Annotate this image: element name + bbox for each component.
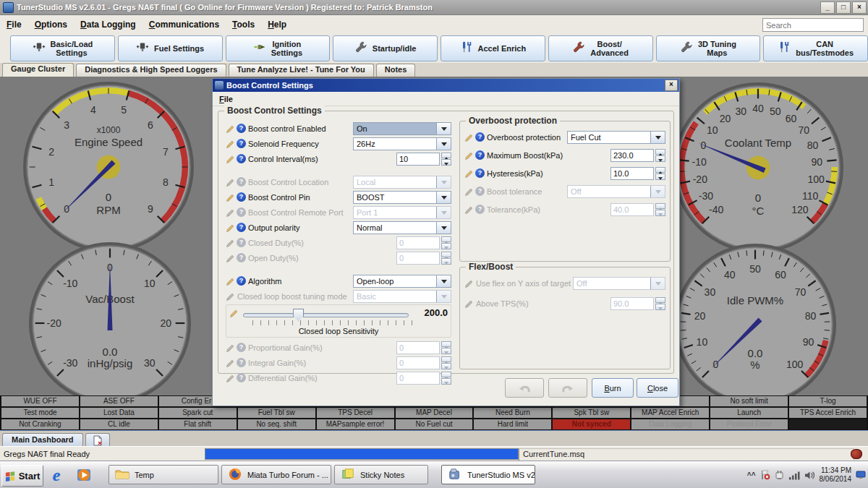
spin-up-icon[interactable]: [655, 167, 665, 174]
toolbar-button-boost-advanced[interactable]: Boost/Advanced: [548, 35, 653, 61]
menu-data-logging[interactable]: Data Logging: [74, 20, 142, 30]
search-input[interactable]: [762, 18, 864, 32]
boost-control-enabled-combo[interactable]: On: [353, 122, 451, 135]
svg-text:-20: -20: [693, 174, 707, 185]
action-center-flag-icon[interactable]: [760, 470, 770, 480]
sensitivity-slider-track[interactable]: [243, 313, 409, 317]
dialog-menu-file[interactable]: File: [213, 95, 239, 103]
help-icon[interactable]: ?: [237, 238, 246, 247]
help-icon[interactable]: ?: [475, 187, 485, 196]
output-polarity-combo[interactable]: Normal: [353, 221, 451, 234]
toolbar-button-3d-tuning-maps[interactable]: 3D TuningMaps: [656, 35, 761, 61]
task-temp[interactable]: Temp: [109, 465, 218, 484]
dialog-close-button[interactable]: ×: [665, 80, 678, 91]
spin-down-icon[interactable]: [655, 174, 665, 180]
start-button[interactable]: Start: [1, 465, 43, 487]
speaker-icon[interactable]: [804, 471, 815, 480]
task-label: Temp: [135, 471, 154, 479]
task-miata-turbo-forum[interactable]: Miata Turbo Forum - ...: [221, 465, 331, 484]
help-icon[interactable]: ?: [237, 358, 246, 367]
help-icon[interactable]: ?: [237, 192, 246, 202]
redo-button[interactable]: [548, 378, 587, 398]
tab-row: Gauge ClusterDiagnostics & High Speed Lo…: [0, 64, 868, 77]
network-signal-icon[interactable]: [788, 471, 800, 480]
help-icon[interactable]: ?: [237, 124, 246, 133]
boost-control-pin-combo[interactable]: BOOST: [353, 191, 451, 204]
svg-text:20: 20: [161, 317, 172, 329]
boost-control-pin-label: Boost Control Pin: [246, 193, 353, 202]
indicator-ase-off: ASE OFF: [80, 396, 158, 406]
tab-diagnostics-high-speed-loggers[interactable]: Diagnostics & High Speed Loggers: [76, 64, 226, 77]
maximum-boost-kpa-spinner[interactable]: 230.0: [610, 149, 665, 162]
clock-time: 11:34 PM: [820, 466, 852, 475]
algorithm-combo[interactable]: Open-loop: [353, 275, 451, 288]
svg-text:0.0: 0.0: [103, 346, 118, 358]
internet-explorer-icon[interactable]: e: [46, 466, 67, 484]
new-dashboard-tab[interactable]: [85, 433, 110, 447]
tab-gauge-cluster[interactable]: Gauge Cluster: [2, 63, 74, 77]
menu-tools[interactable]: Tools: [226, 20, 261, 30]
tab-notes[interactable]: Notes: [376, 64, 416, 77]
field-row-maximum-boost-kpa: ?Maximum Boost(kPa)230.0: [464, 148, 665, 162]
help-icon[interactable]: ?: [475, 132, 485, 142]
help-icon[interactable]: ?: [237, 343, 246, 352]
solenoid-frequency-combo[interactable]: 26Hz: [353, 137, 451, 150]
burn-button[interactable]: Burn: [592, 378, 634, 398]
menu-help[interactable]: Help: [261, 20, 293, 30]
help-icon[interactable]: ?: [237, 207, 246, 217]
minimize-button[interactable]: _: [820, 1, 835, 14]
boost-control-enabled-label: Boost control Enabled: [246, 124, 353, 133]
help-icon[interactable]: ?: [475, 168, 485, 178]
help-icon[interactable]: ?: [475, 205, 485, 214]
spin-down-icon[interactable]: [441, 159, 451, 166]
sensitivity-slider-thumb[interactable]: [293, 309, 304, 322]
toolbar-button-basic-load-settings[interactable]: Basic/LoadSettings: [10, 35, 115, 61]
help-icon[interactable]: ?: [237, 253, 246, 262]
toolbar-button-can-bus-testmodes[interactable]: CANbus/Testmodes: [763, 35, 868, 61]
boost-tolerance-combo: Off: [567, 185, 665, 198]
use-flex-on-y-axis-of-target-table-label: Use flex on Y axis of target table: [474, 279, 573, 288]
menu-options[interactable]: Options: [28, 20, 74, 30]
control-interval-ms-spinner[interactable]: 10: [396, 153, 451, 166]
power-plug-icon[interactable]: [775, 470, 784, 480]
help-icon[interactable]: ?: [237, 276, 246, 286]
burn-led-icon: [851, 449, 862, 459]
help-icon[interactable]: ?: [237, 154, 246, 163]
toolbar-button-ignition-settings[interactable]: IgnitionSettings: [226, 35, 331, 61]
tab-tune-analyze-live-tune-for-you[interactable]: Tune Analyze Live! - Tune For You: [229, 64, 374, 77]
indicator-flat-shift: Flat shift: [159, 419, 237, 429]
toolbar-button-startup-idle[interactable]: Startup/idle: [333, 35, 438, 61]
maximize-button[interactable]: □: [836, 1, 851, 14]
menu-communications[interactable]: Communications: [142, 20, 226, 30]
media-player-icon[interactable]: [74, 466, 94, 484]
indicator-protocol-error: Protocol Error: [710, 419, 788, 429]
hysteresis-kpa-spinner[interactable]: 10.0: [610, 167, 665, 180]
spin-down-icon: [441, 258, 451, 265]
overboost-protection-combo[interactable]: Fuel Cut: [567, 131, 665, 144]
help-icon[interactable]: ?: [237, 139, 246, 148]
close-button[interactable]: ×: [852, 1, 867, 14]
tab-main-dashboard[interactable]: Main Dashboard: [2, 433, 83, 447]
sensitivity-value: 200.0: [414, 307, 448, 318]
task-sticky-notes[interactable]: Sticky Notes: [334, 465, 428, 484]
help-icon[interactable]: ?: [475, 150, 485, 160]
close-button-dialog[interactable]: Close: [637, 378, 678, 398]
toolbar-button-label: CANbus/Testmodes: [796, 40, 854, 57]
help-icon[interactable]: ?: [237, 223, 246, 232]
toolbar-button-fuel-settings[interactable]: Fuel Settings: [118, 35, 223, 61]
spin-up-icon[interactable]: [655, 149, 665, 155]
tray-clock: 11:34 PM 8/06/2014: [820, 466, 852, 484]
spin-down-icon[interactable]: [655, 155, 665, 162]
toolbar-button-accel-enrich[interactable]: Accel Enrich: [441, 35, 545, 61]
spinner-value: 90.0: [610, 297, 654, 310]
spin-up-icon[interactable]: [441, 153, 451, 159]
tools-icon: [778, 40, 791, 56]
task-tunerstudio-ms-v2[interactable]: TunerStudio MS v2...: [441, 465, 535, 484]
help-icon[interactable]: ?: [237, 177, 246, 187]
undo-button[interactable]: [505, 378, 544, 398]
show-desktop-icon[interactable]: [856, 470, 866, 480]
proportional-gain-spinner: 0: [396, 341, 451, 354]
proportional-gain-label: Proportional Gain(%): [246, 343, 396, 352]
tray-expand-icon[interactable]: ^^: [747, 471, 756, 479]
menu-file[interactable]: File: [0, 20, 28, 30]
